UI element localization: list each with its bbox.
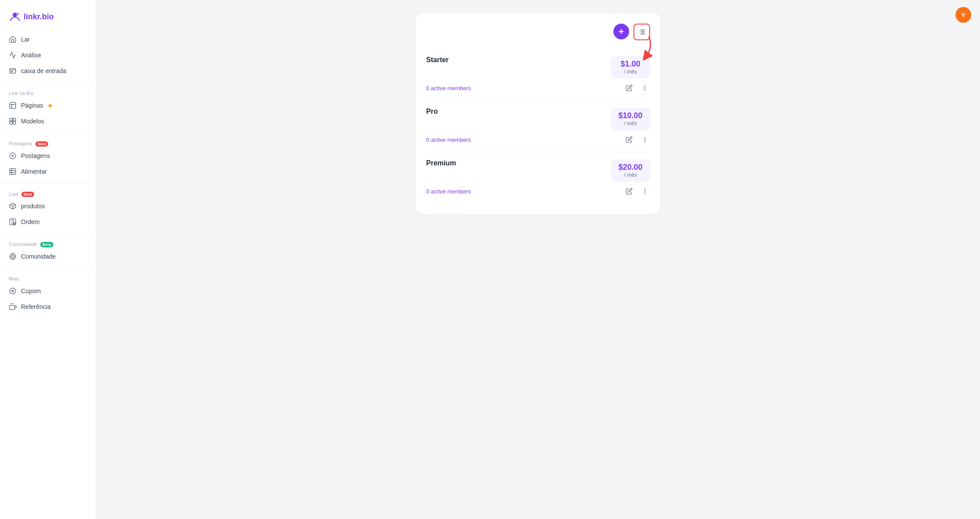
postagens-icon xyxy=(9,152,17,160)
add-plan-button[interactable] xyxy=(613,24,629,39)
sidebar-item-referencia[interactable]: Referência xyxy=(0,299,96,315)
svg-point-33 xyxy=(644,141,645,142)
logo: linkr.bio xyxy=(0,7,96,32)
referencia-icon xyxy=(9,303,17,311)
svg-point-28 xyxy=(644,86,645,86)
ordem-icon xyxy=(9,218,17,226)
plan-pro-price-block: $10.00 / mês xyxy=(611,108,650,130)
plan-premium-header: Premium $20.00 / mês xyxy=(426,159,650,182)
badge-beta-community: Beta xyxy=(40,242,53,247)
svg-rect-3 xyxy=(11,71,12,72)
analytics-icon xyxy=(9,51,17,59)
section-loja: Loja New xyxy=(0,187,96,198)
sidebar-item-comunidade[interactable]: Comunidade xyxy=(0,249,96,264)
section-mais: Mais xyxy=(0,272,96,283)
svg-point-35 xyxy=(644,191,645,191)
logo-icon xyxy=(9,11,21,23)
edit-premium-button[interactable] xyxy=(624,186,634,196)
section-link-na-bio: Link na Bio xyxy=(0,86,96,98)
comunidade-icon xyxy=(9,252,17,260)
pages-icon xyxy=(9,102,17,109)
more-starter-button[interactable] xyxy=(640,83,650,93)
home-icon xyxy=(9,35,17,43)
sidebar-item-models-label: Modelos xyxy=(21,118,44,125)
sidebar-item-referencia-label: Referência xyxy=(21,303,51,310)
plan-pro-name: Pro xyxy=(426,108,438,116)
sidebar-item-analytics-label: Análise xyxy=(21,52,41,59)
svg-point-36 xyxy=(644,193,645,193)
edit-starter-button[interactable] xyxy=(624,83,634,93)
sidebar-item-models[interactable]: Modelos xyxy=(0,113,96,129)
sidebar-item-comunidade-label: Comunidade xyxy=(21,253,56,260)
sidebar-item-alimentar[interactable]: Alimentar xyxy=(0,164,96,179)
plan-starter-price: $1.00 xyxy=(618,60,643,69)
sidebar-item-analytics[interactable]: Análise xyxy=(0,47,96,63)
divider-5 xyxy=(0,268,96,268)
sidebar-item-inbox[interactable]: caixa de entrada xyxy=(0,63,96,79)
main-content: Starter $1.00 / mês 0 active members xyxy=(96,0,980,519)
logo-text: linkr.bio xyxy=(24,12,54,21)
pages-dot xyxy=(49,104,52,107)
plan-starter-actions xyxy=(624,83,650,93)
divider-2 xyxy=(0,133,96,133)
plan-starter-price-block: $1.00 / mês xyxy=(611,56,650,78)
plan-premium-price-block: $20.00 / mês xyxy=(611,159,650,182)
plan-premium-price: $20.00 xyxy=(618,163,643,172)
sidebar-item-cupom[interactable]: Cupom xyxy=(0,283,96,299)
sidebar-item-produtos-label: produtos xyxy=(21,203,45,210)
svg-rect-10 xyxy=(10,168,16,175)
svg-point-29 xyxy=(644,88,645,88)
divider-3 xyxy=(0,183,96,183)
sidebar-item-postagens-label: Postagens xyxy=(21,152,50,159)
divider-4 xyxy=(0,233,96,234)
plan-pro-header: Pro $10.00 / mês xyxy=(426,108,650,130)
svg-point-30 xyxy=(644,90,645,90)
more-premium-button[interactable] xyxy=(640,186,650,196)
svg-point-31 xyxy=(644,137,645,138)
svg-rect-4 xyxy=(10,102,16,109)
sidebar-item-postagens[interactable]: Postagens xyxy=(0,148,96,164)
badge-new-store: New xyxy=(21,192,34,197)
sidebar-item-pages[interactable]: Páginas xyxy=(0,98,96,113)
plan-pro-actions xyxy=(624,134,650,145)
sidebar-item-home-label: Lar xyxy=(21,36,30,43)
plan-pro-price: $10.00 xyxy=(618,111,643,120)
plan-premium-members: 0 active members xyxy=(426,188,471,195)
more-pro-button[interactable] xyxy=(640,134,650,145)
card-top-actions xyxy=(426,24,650,40)
plan-premium-name: Premium xyxy=(426,159,456,167)
section-comunidade: Comunidade Beta xyxy=(0,237,96,249)
sidebar-item-alimentar-label: Alimentar xyxy=(21,168,47,175)
plan-pro-footer: 0 active members xyxy=(426,134,650,145)
sidebar-item-cupom-label: Cupom xyxy=(21,288,41,295)
plan-premium-footer: 0 active members xyxy=(426,186,650,196)
svg-rect-8 xyxy=(13,122,16,124)
plan-starter-header: Starter $1.00 / mês xyxy=(426,56,650,78)
svg-rect-6 xyxy=(13,118,16,121)
produtos-icon xyxy=(9,202,17,210)
svg-rect-7 xyxy=(10,122,12,124)
sidebar: linkr.bio Lar Análise caixa de entrada L… xyxy=(0,0,96,519)
svg-rect-5 xyxy=(10,118,12,121)
badge-new-posts: New xyxy=(35,141,48,147)
plan-pro-members: 0 active members xyxy=(426,137,471,143)
plan-starter: Starter $1.00 / mês 0 active members xyxy=(426,49,650,101)
inbox-icon xyxy=(9,67,17,75)
feed-icon xyxy=(9,168,17,175)
sidebar-item-ordem[interactable]: Ordem xyxy=(0,214,96,230)
section-postagens: Postagens New xyxy=(0,137,96,148)
sidebar-item-produtos[interactable]: produtos xyxy=(0,198,96,214)
user-avatar[interactable]: Y xyxy=(956,7,971,23)
settings-button[interactable] xyxy=(634,24,650,40)
plan-premium-per: / mês xyxy=(618,172,643,178)
svg-point-1 xyxy=(16,13,19,15)
plan-starter-footer: 0 active members xyxy=(426,83,650,93)
sidebar-item-home[interactable]: Lar xyxy=(0,32,96,47)
sidebar-item-ordem-label: Ordem xyxy=(21,218,40,225)
edit-pro-button[interactable] xyxy=(624,134,634,145)
avatar-letter: Y xyxy=(961,11,966,19)
plan-premium-actions xyxy=(624,186,650,196)
svg-rect-2 xyxy=(10,69,16,74)
divider-1 xyxy=(0,82,96,83)
models-icon xyxy=(9,117,17,125)
